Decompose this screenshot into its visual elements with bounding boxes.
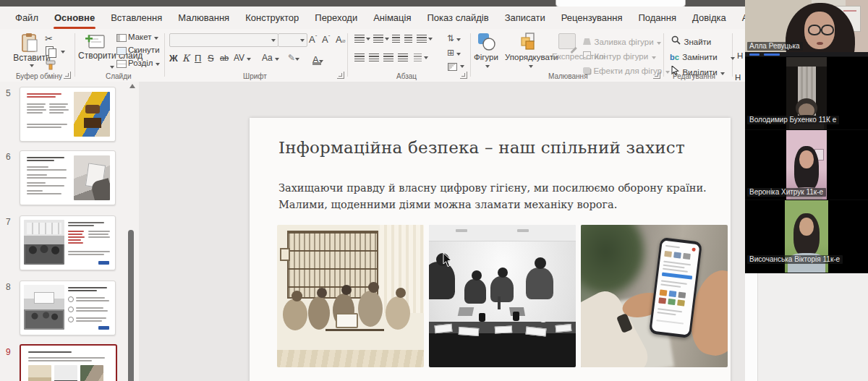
tab-home[interactable]: Основне (46, 7, 103, 29)
tab-transitions[interactable]: Переходи (307, 7, 365, 29)
char-spacing-dropdown (247, 58, 251, 61)
columns-icon[interactable] (414, 53, 422, 61)
slide-canvas[interactable]: Інформаційна безпека – наш спільний захи… (250, 118, 731, 381)
thumbnail-image-gavel-flag (74, 92, 110, 137)
participant-name-label: Алла Ревуцька (747, 42, 803, 51)
line-spacing-icon[interactable] (417, 35, 427, 43)
slide-thumbnail-9-selected[interactable] (20, 344, 117, 381)
numbering-icon[interactable] (373, 35, 383, 43)
slide-thumbnail-5[interactable] (20, 87, 116, 142)
bullets-icon[interactable] (354, 35, 365, 43)
tab-slideshow[interactable]: Показ слайдів (419, 7, 496, 29)
reset-icon[interactable] (116, 47, 127, 55)
partially-hidden-label-strip (745, 52, 868, 56)
clipboard-dialog-launcher[interactable] (64, 72, 71, 79)
divider (75, 33, 75, 77)
slide-title[interactable]: Інформаційна безпека – наш спільний захи… (278, 138, 685, 157)
tab-design[interactable]: Конструктор (237, 7, 307, 29)
drawing-group-label: Малювання (548, 72, 588, 80)
thumbnail-scrollbar[interactable] (128, 230, 134, 381)
format-painter-icon[interactable] (46, 60, 56, 73)
justify-icon[interactable] (398, 53, 408, 61)
layout-button[interactable]: Макет (128, 33, 158, 41)
tab-insert[interactable]: Вставлення (103, 7, 170, 29)
outline-frame-icon (583, 51, 591, 59)
drawing-dialog-launcher[interactable] (653, 72, 660, 79)
section-icon[interactable] (116, 60, 127, 68)
slide-body-text[interactable]: Захищаючи правду й власну цифрову гігієн… (278, 180, 707, 213)
slide-image-hands-smartphone[interactable] (581, 225, 728, 367)
thumbnail-number: 5 (6, 88, 11, 98)
font-color-button[interactable]: А (312, 53, 323, 66)
italic-button[interactable]: К (182, 53, 190, 64)
slide-image-team-table-grayscale[interactable] (429, 225, 576, 367)
participant-video-4[interactable]: Височанська Вікторія 11к-е (745, 200, 868, 273)
smartart-dropdown[interactable] (460, 65, 464, 68)
replace-dropdown (731, 57, 735, 60)
char-spacing-button[interactable]: AV (234, 53, 251, 63)
scroll-up-arrow[interactable] (129, 84, 135, 88)
arrange-dropdown[interactable] (529, 65, 533, 68)
participant-video-2[interactable]: Володимир Бухенко 11К е (745, 57, 868, 129)
new-slide-dropdown[interactable] (110, 66, 114, 69)
section-button[interactable]: Розділ (128, 59, 160, 67)
font-name-combo[interactable] (169, 33, 278, 47)
underline-button[interactable]: П (195, 53, 201, 64)
cut-icon[interactable]: ✂ (45, 33, 53, 44)
paragraph-dialog-launcher[interactable] (460, 72, 467, 79)
slide-thumbnail-6[interactable] (20, 150, 116, 205)
layout-icon[interactable] (116, 34, 127, 42)
slide-image-sketch-group-laptop[interactable] (277, 225, 424, 367)
paste-dropdown[interactable] (30, 64, 34, 67)
replace-button[interactable]: bc Замінити (670, 50, 735, 63)
tab-file[interactable]: Файл (7, 7, 46, 29)
tab-record[interactable]: Записати (497, 7, 553, 29)
columns-dropdown[interactable] (424, 56, 428, 59)
reset-button[interactable]: Скинути (128, 46, 160, 54)
tab-review[interactable]: Рецензування (553, 7, 631, 29)
slide-thumbnail-8[interactable] (20, 281, 116, 335)
align-left-icon[interactable] (354, 53, 365, 61)
participant-video-1[interactable]: Алла Ревуцька (745, 0, 868, 56)
thumbnail-number: 7 (6, 217, 11, 227)
align-center-icon[interactable] (369, 53, 379, 61)
participant-video-3[interactable]: Вероніка Хитрук 11к-е (745, 130, 868, 200)
align-text-icon[interactable]: ⊞ (447, 48, 461, 58)
new-slide-label[interactable]: Створити слайд (78, 51, 113, 61)
slide-thumbnail-7[interactable] (20, 215, 116, 270)
tab-view[interactable]: Подання (630, 7, 684, 29)
tab-animations[interactable]: Анімація (365, 7, 419, 29)
shapes-dropdown[interactable] (485, 65, 490, 68)
font-dialog-launcher[interactable] (337, 72, 344, 79)
align-right-icon[interactable] (383, 53, 393, 61)
shrink-font-button[interactable]: Aˇ (322, 34, 330, 45)
change-case-button[interactable]: Aa (262, 53, 279, 63)
strikethrough-button[interactable]: S (208, 53, 214, 64)
shapes-label[interactable]: Фігури (474, 53, 498, 61)
line-spacing-dropdown[interactable] (428, 38, 433, 40)
arrange-button[interactable] (519, 33, 538, 54)
find-button[interactable]: Знайти (671, 35, 711, 48)
indent-icon[interactable] (404, 35, 412, 43)
arrange-label[interactable]: Упорядкувати (505, 53, 558, 61)
outdent-icon[interactable] (392, 35, 400, 43)
tab-help[interactable]: Довідка (684, 7, 734, 29)
thumbnail-mini-image-1 (28, 365, 51, 381)
numbering-dropdown[interactable] (385, 38, 389, 40)
thumbnail-mini-image-2 (54, 365, 77, 381)
clear-format-button[interactable]: A⌀ (336, 34, 346, 45)
grow-font-button[interactable]: Aˆ (309, 34, 317, 45)
shapes-button[interactable] (477, 33, 496, 54)
quick-styles-icon (558, 33, 576, 49)
highlight-pen-icon[interactable]: ✎ (288, 53, 299, 63)
copy-dropdown[interactable] (61, 51, 65, 53)
subscript-button[interactable]: ab (220, 53, 229, 62)
video-participants-panel: Алла Ревуцька Володимир Бухенко 11К е Ве… (745, 0, 868, 273)
text-direction-icon[interactable]: ⇅ (447, 33, 461, 43)
thumbnail-image-clipboard (74, 155, 110, 200)
tab-draw[interactable]: Малювання (170, 7, 237, 29)
bold-button[interactable]: Ж (169, 53, 178, 64)
bullets-dropdown[interactable] (366, 38, 370, 40)
font-size-combo[interactable] (278, 33, 307, 47)
smartart-icon[interactable] (448, 63, 457, 71)
